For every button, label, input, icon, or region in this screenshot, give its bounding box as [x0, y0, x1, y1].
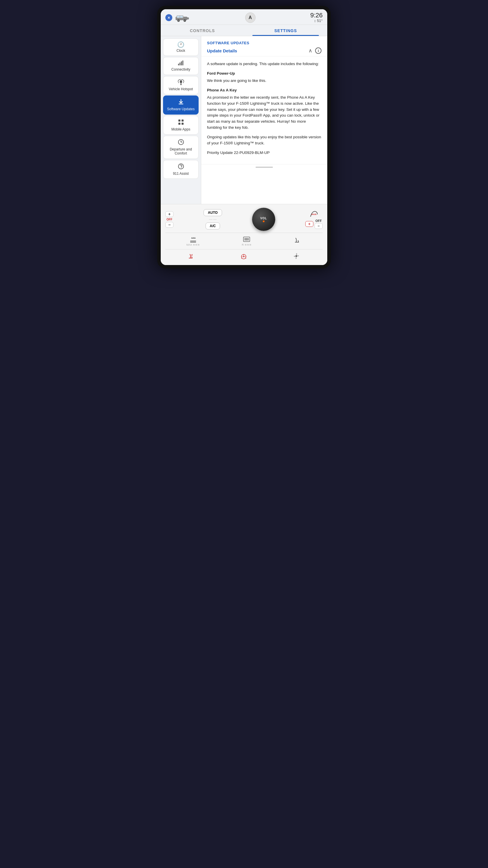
tab-controls[interactable]: CONTROLS [161, 25, 244, 36]
rear-label: R ≋≋≋ [242, 243, 252, 246]
departure-icon [178, 139, 184, 146]
steering-heat[interactable] [240, 253, 248, 260]
tab-settings[interactable]: SETTINGS [244, 25, 327, 36]
auto-button[interactable]: AUTO [203, 209, 222, 216]
vol-label: VOL [260, 217, 267, 220]
fan-control[interactable] [292, 252, 300, 261]
svg-rect-2 [177, 16, 180, 18]
sidebar-label-hotspot: Vehicle Hotspot [169, 87, 193, 91]
svg-rect-16 [178, 120, 181, 122]
ac-button[interactable]: A/C [205, 222, 220, 229]
right-off-label: OFF [316, 219, 322, 222]
svg-rect-11 [181, 61, 182, 65]
software-updates-icon [178, 99, 184, 106]
right-heat-minus-button[interactable]: − [315, 223, 323, 229]
main-content: 🕐 Clock Connectivity [161, 36, 327, 204]
update-details-label: Update Details [207, 48, 237, 53]
sidebar-label-updates: Software Updates [167, 107, 195, 111]
rear-defrost-group: R ≋≋≋ [242, 236, 252, 246]
svg-rect-9 [178, 64, 179, 65]
svg-rect-17 [182, 120, 184, 122]
clock-display: 9:26 [310, 12, 323, 19]
svg-rect-10 [180, 62, 181, 65]
nav-tabs: CONTROLS SETTINGS [161, 25, 327, 36]
left-fan-off-label: OFF [166, 218, 172, 221]
header-left: × [165, 13, 190, 23]
svg-rect-12 [183, 60, 183, 65]
header-center: A [245, 12, 256, 23]
update-para-6: Ongoing updates like this help you enjoy… [207, 134, 322, 146]
content-area: SOFTWARE UPDATES Update Details ∧ i A so… [201, 36, 327, 204]
connectivity-icon [178, 60, 184, 66]
info-icon[interactable]: i [315, 48, 322, 54]
max-defrost-group: MAX ≋≋≋ [187, 236, 200, 246]
svg-rect-19 [182, 123, 184, 125]
sidebar-label-911: 911 Assist [173, 172, 189, 176]
screen-wrapper: × A [157, 6, 331, 269]
svg-rect-8 [187, 18, 189, 20]
content-header: SOFTWARE UPDATES Update Details ∧ i [201, 36, 327, 56]
close-button[interactable]: × [165, 14, 172, 21]
auto-sub-text: ---- ---- [209, 218, 217, 221]
heated-windshield-icon [310, 210, 319, 218]
update-para-2: Ford Power-Up [207, 71, 322, 77]
svg-point-22 [181, 167, 182, 168]
svg-point-13 [181, 81, 182, 82]
vol-knob[interactable]: VOL [252, 208, 275, 231]
seat-icon-right [293, 237, 301, 245]
update-para-1: A software update is pending. This updat… [207, 61, 322, 67]
divider [165, 232, 323, 233]
header: × A [161, 9, 327, 25]
weather-display: ↕ 51° [310, 19, 323, 23]
seat-heat-left-icon [188, 253, 195, 260]
update-para-3: We think you are going to like this. [207, 78, 322, 84]
scroll-indicator [201, 164, 327, 170]
sidebar-item-clock[interactable]: 🕐 Clock [163, 38, 199, 56]
sidebar-item-connectivity[interactable]: Connectivity [163, 57, 199, 75]
svg-rect-15 [178, 103, 183, 104]
user-initial: A [249, 15, 252, 20]
update-details-controls: ∧ i [308, 48, 322, 54]
svg-rect-18 [178, 123, 181, 125]
max-label: MAX ≋≋≋ [187, 243, 200, 246]
scroll-bar [256, 167, 273, 168]
header-right: 9:26 ↕ 51° [310, 12, 323, 23]
hotspot-icon [177, 79, 185, 86]
mobile-apps-icon [178, 119, 184, 126]
sidebar-label-mobile-apps: Mobile Apps [171, 127, 190, 131]
svg-point-7 [184, 20, 185, 21]
sidebar-item-mobile-apps[interactable]: Mobile Apps [163, 116, 199, 134]
sidebar-item-911[interactable]: 911 Assist [163, 160, 199, 179]
truck-icon [174, 13, 190, 23]
sidebar-item-departure[interactable]: Departure and Comfort [163, 136, 199, 159]
controls-bar: + OFF − AUTO ---- ---- A/C VOL [161, 204, 327, 265]
rear-defrost-icon [242, 236, 251, 243]
divider-2 [165, 249, 323, 249]
update-para-4: Phone As A Key [207, 87, 322, 93]
sidebar: 🕐 Clock Connectivity [161, 36, 201, 204]
left-fan-plus-button[interactable]: + [165, 211, 173, 217]
911-icon [178, 163, 184, 170]
seat-heat-left[interactable] [188, 253, 195, 260]
svg-point-21 [178, 164, 184, 169]
vol-indicator [263, 220, 264, 222]
close-icon: × [168, 16, 170, 20]
left-fan-minus-button[interactable]: − [165, 222, 173, 228]
svg-rect-14 [181, 84, 182, 85]
content-body: A software update is pending. This updat… [201, 56, 327, 164]
sidebar-item-vehicle-hotspot[interactable]: Vehicle Hotspot [163, 76, 199, 94]
update-para-7: Priority Update 22-PU0929-BLM-UP [207, 150, 322, 156]
screen: × A [161, 9, 327, 265]
sidebar-label-departure: Departure and Comfort [165, 147, 197, 156]
sidebar-item-software-updates[interactable]: Software Updates [163, 95, 199, 114]
fan-icon [292, 252, 300, 260]
svg-point-5 [178, 20, 179, 21]
chevron-up-icon[interactable]: ∧ [308, 48, 312, 54]
update-details-row: Update Details ∧ i [207, 48, 322, 54]
vol-knob-container: VOL [252, 208, 275, 231]
section-title: SOFTWARE UPDATES [207, 41, 322, 45]
sidebar-label-connectivity: Connectivity [171, 67, 190, 71]
user-avatar[interactable]: A [245, 12, 256, 23]
right-heat-plus-button[interactable]: + [305, 221, 314, 227]
svg-point-26 [295, 255, 297, 257]
